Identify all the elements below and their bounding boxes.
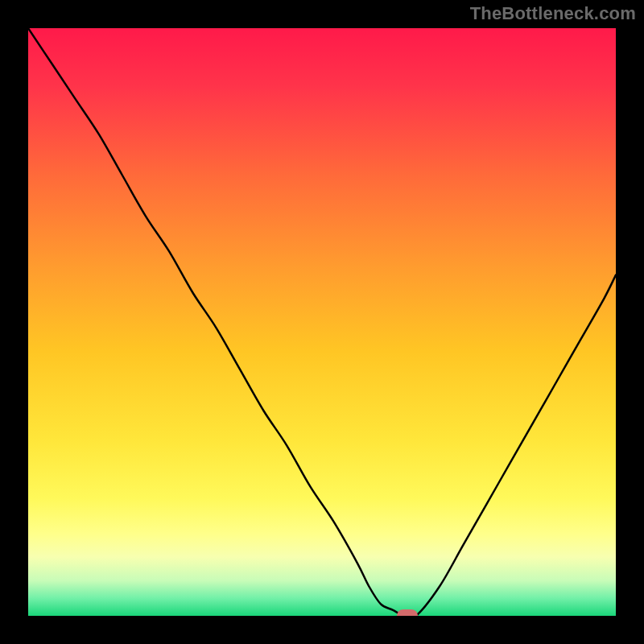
chart-frame: TheBottleneck.com bbox=[0, 0, 644, 644]
minimum-marker bbox=[397, 609, 418, 616]
plot-area bbox=[28, 28, 616, 616]
watermark-text: TheBottleneck.com bbox=[470, 3, 636, 24]
bottleneck-curve bbox=[28, 28, 616, 616]
